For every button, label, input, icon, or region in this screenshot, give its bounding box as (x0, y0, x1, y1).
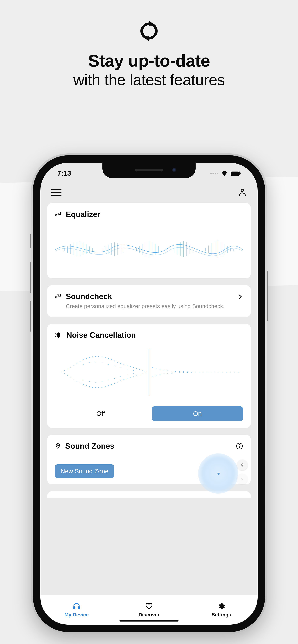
svg-point-63 (73, 365, 74, 366)
svg-point-116 (95, 382, 96, 382)
soundcheck-icon (55, 293, 61, 300)
heart-icon (145, 602, 153, 610)
new-sound-zone-button[interactable]: New Sound Zone (55, 464, 114, 478)
svg-point-140 (171, 373, 172, 374)
bottom-nav: My Device Discover (40, 595, 258, 625)
svg-point-127 (133, 370, 134, 371)
svg-point-129 (152, 367, 153, 368)
svg-point-124 (120, 376, 121, 377)
svg-point-166 (242, 464, 243, 465)
svg-point-163 (57, 445, 59, 446)
svg-point-136 (164, 374, 164, 374)
equalizer-title: Equalizer (66, 210, 100, 219)
svg-point-73 (89, 357, 90, 358)
svg-point-148 (187, 372, 188, 373)
svg-point-70 (83, 384, 84, 385)
nc-off-button[interactable]: Off (55, 406, 146, 421)
svg-point-110 (145, 373, 146, 374)
svg-rect-2 (240, 172, 241, 174)
svg-point-118 (102, 381, 102, 382)
svg-point-157 (218, 372, 219, 372)
content-scroll[interactable]: Equalizer (40, 203, 258, 595)
profile-button[interactable] (238, 188, 247, 197)
svg-point-132 (156, 375, 157, 376)
noise-cancellation-visualization (55, 347, 243, 397)
svg-point-154 (207, 372, 207, 372)
svg-point-58 (64, 374, 65, 374)
svg-point-75 (92, 356, 93, 358)
svg-point-155 (211, 372, 211, 372)
noise-cancellation-card: Noise Cancellation (47, 324, 251, 428)
svg-point-114 (89, 381, 90, 382)
svg-point-158 (222, 372, 223, 372)
svg-point-111 (83, 364, 83, 365)
svg-point-94 (120, 380, 121, 381)
svg-point-156 (215, 372, 215, 372)
svg-point-101 (133, 367, 134, 368)
svg-point-67 (80, 361, 81, 362)
sound-zones-card: Sound Zones (47, 435, 251, 484)
svg-point-99 (130, 366, 130, 367)
svg-point-102 (133, 376, 134, 377)
help-button[interactable] (236, 442, 243, 450)
chevron-right-icon (237, 292, 243, 301)
svg-point-85 (108, 358, 109, 359)
svg-point-125 (127, 369, 127, 370)
svg-point-146 (183, 372, 184, 373)
svg-point-93 (120, 363, 121, 364)
svg-point-122 (114, 378, 115, 378)
phone-screen: 7:13 (40, 163, 258, 625)
svg-point-84 (105, 386, 105, 387)
svg-point-59 (67, 369, 68, 369)
svg-point-5 (60, 213, 61, 214)
soundcheck-card[interactable]: Soundcheck Create personalized equalizer… (47, 285, 251, 317)
soundcheck-title: Soundcheck (66, 292, 237, 301)
gear-icon (217, 602, 226, 610)
hero: Stay up-to-date with the latest features (0, 20, 298, 88)
svg-point-87 (111, 359, 112, 360)
svg-point-160 (230, 372, 231, 372)
svg-point-131 (156, 368, 157, 369)
location-pin-icon (55, 442, 61, 450)
nc-on-button[interactable]: On (152, 406, 243, 421)
zone-chip-secondary[interactable] (237, 474, 248, 484)
svg-point-98 (127, 378, 127, 379)
svg-point-141 (175, 371, 176, 372)
phone-notch (102, 163, 196, 178)
svg-point-86 (108, 385, 109, 386)
svg-point-92 (117, 382, 118, 382)
svg-point-88 (111, 384, 112, 385)
svg-point-57 (64, 370, 65, 371)
svg-point-69 (83, 359, 84, 360)
svg-point-106 (139, 374, 140, 375)
svg-point-66 (77, 381, 77, 382)
svg-point-65 (77, 363, 77, 364)
svg-point-128 (133, 374, 134, 374)
svg-point-56 (61, 372, 61, 372)
zone-chip[interactable] (237, 460, 248, 470)
svg-point-117 (102, 362, 102, 363)
equalizer-visualization (55, 228, 243, 272)
svg-point-108 (142, 374, 143, 374)
headphones-icon (72, 602, 81, 610)
svg-point-50 (55, 297, 56, 298)
svg-rect-169 (78, 607, 80, 609)
svg-point-145 (183, 371, 184, 372)
svg-point-78 (95, 387, 96, 388)
home-indicator[interactable] (119, 620, 179, 622)
wifi-icon (221, 171, 228, 176)
equalizer-icon (55, 211, 61, 218)
svg-point-139 (171, 371, 172, 371)
svg-point-133 (160, 369, 160, 370)
svg-point-62 (70, 377, 71, 377)
svg-point-76 (92, 387, 93, 388)
svg-point-81 (101, 356, 102, 358)
menu-button[interactable] (51, 189, 61, 196)
svg-point-113 (89, 362, 90, 363)
equalizer-card[interactable]: Equalizer (47, 203, 251, 278)
svg-point-138 (168, 373, 168, 374)
soundcheck-subtitle: Create personalized equalizer presets ea… (66, 302, 237, 310)
svg-point-134 (160, 374, 160, 375)
svg-point-153 (203, 372, 203, 372)
svg-point-121 (114, 366, 115, 366)
